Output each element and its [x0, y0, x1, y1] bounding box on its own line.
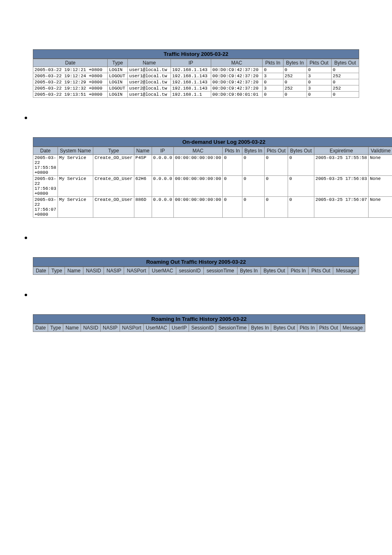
col-header: Date [33, 324, 48, 332]
col-header: Pkts In [297, 324, 317, 332]
table-cell: 2005-03-22 17:56:03 +0800 [33, 176, 58, 197]
table-row: 2005-03-22 19:12:32 +0800LOGOUTuser2@loc… [33, 85, 359, 92]
col-header: UserMAC [143, 324, 169, 332]
table-cell: 0 [331, 67, 359, 73]
col-header: SessionID [189, 324, 216, 332]
col-header: Bytes Out [271, 324, 297, 332]
col-header: sessionID [176, 267, 204, 275]
col-header: IP [152, 147, 173, 155]
traffic-history-table: Traffic History 2005-03-22 DateTypeNameI… [33, 49, 359, 98]
col-header: NASIP [104, 267, 124, 275]
table-cell: None [369, 176, 392, 197]
ondemand-header-row: DateSystem NameTypeNameIPMACPkts InBytes… [33, 147, 392, 155]
table-cell: user1@local.tw [128, 67, 171, 73]
table-cell: 62H6 [134, 176, 152, 197]
table-cell: LOGOUT [108, 73, 128, 79]
table-cell: 0 [223, 155, 242, 176]
table-cell: 0.0.0.0 [152, 197, 173, 218]
table-cell: 192.168.1.143 [171, 79, 211, 85]
table-cell: 0 [263, 79, 283, 85]
table-cell: LOGIN [108, 92, 128, 98]
table-cell: 0 [283, 79, 307, 85]
table-cell: 2005-03-22 19:12:29 +0800 [33, 79, 108, 85]
table-cell: 0 [242, 197, 264, 218]
table-cell: 3 [263, 85, 283, 92]
col-header: Name [128, 59, 171, 67]
roaming-in-table: Roaming In Traffic History 2005-03-22 Da… [33, 314, 365, 332]
table-cell: 2005-03-22 17:56:07 +0800 [33, 197, 58, 218]
bullet-icon [25, 117, 27, 119]
table-cell: 252 [283, 73, 307, 79]
col-header: Pkts Out [307, 59, 331, 67]
col-header: IP [171, 59, 211, 67]
table-cell: 00:D0:C9:42:37:20 [211, 79, 263, 85]
table-cell: 192.168.1.143 [171, 73, 211, 79]
col-header: sessionTime [203, 267, 237, 275]
col-header: Validtime [369, 147, 392, 155]
table-cell: 2005-03-25 17:56:07 [314, 197, 368, 218]
col-header: Date [33, 267, 49, 275]
col-header: Bytes In [249, 324, 271, 332]
col-header: Bytes In [242, 147, 264, 155]
table-cell: 3 [307, 85, 331, 92]
table-cell: 0 [263, 67, 283, 73]
table-cell: 192.168.1.1 [171, 92, 211, 98]
col-header: Pkts Out [309, 267, 333, 275]
table-cell: 2005-03-22 19:12:24 +0800 [33, 73, 108, 79]
col-header: MAC [173, 147, 222, 155]
col-header: Type [48, 324, 63, 332]
table-cell: user2@local.tw [128, 79, 171, 85]
table-cell: 0 [223, 176, 242, 197]
table-cell: 00:D0:C9:42:37:20 [211, 73, 263, 79]
table-cell: 00:00:00:00:00:00 [173, 155, 222, 176]
table-cell: 00:00:00:00:00:00 [173, 176, 222, 197]
roaming-out-table: Roaming Out Traffic History 2005-03-22 D… [33, 257, 359, 275]
table-cell: Create_OD_User [93, 155, 134, 176]
table-cell: 0 [283, 67, 307, 73]
col-header: Bytes Out [261, 267, 288, 275]
col-header: Pkts In [263, 59, 283, 67]
traffic-header-row: DateTypeNameIPMACPkts InBytes InPkts Out… [33, 59, 359, 67]
table-cell: 0 [263, 92, 283, 98]
table-cell: 2005-03-25 17:55:58 [314, 155, 368, 176]
col-header: NASIP [101, 324, 120, 332]
table-cell: None [369, 197, 392, 218]
table-row: 2005-03-22 17:55:58 +0800My ServiceCreat… [33, 155, 392, 176]
table-cell: LOGIN [108, 67, 128, 73]
table-cell: 2005-03-22 19:12:32 +0800 [33, 85, 108, 92]
table-cell: 2005-03-22 19:13:51 +0800 [33, 92, 108, 98]
col-header: Message [340, 324, 365, 332]
table-cell: Create_OD_User [93, 197, 134, 218]
col-header: Type [108, 59, 128, 67]
table-cell: 3 [263, 73, 283, 79]
col-header: Bytes Out [288, 147, 314, 155]
roaming-out-header-row: DateTypeNameNASIDNASIPNASPortUserMACsess… [33, 267, 359, 275]
table-cell: 0 [288, 197, 314, 218]
col-header: Bytes Out [331, 59, 359, 67]
col-header: Type [93, 147, 134, 155]
table-cell: user1@local.tw [128, 73, 171, 79]
table-cell: 0 [307, 92, 331, 98]
table-cell: 0 [307, 67, 331, 73]
col-header: Pkts In [288, 267, 309, 275]
table-cell: 3 [307, 73, 331, 79]
col-header: Pkts In [223, 147, 242, 155]
col-header: Name [65, 267, 83, 275]
col-header: Bytes In [237, 267, 261, 275]
col-header: Pkts Out [317, 324, 340, 332]
roaming-out-title: Roaming Out Traffic History 2005-03-22 [33, 257, 359, 267]
traffic-title: Traffic History 2005-03-22 [33, 49, 359, 59]
roaming-in-title: Roaming In Traffic History 2005-03-22 [33, 314, 365, 324]
table-cell: 0 [331, 92, 359, 98]
table-cell: 0 [265, 155, 288, 176]
col-header: Date [33, 147, 58, 155]
table-cell: 192.168.1.143 [171, 85, 211, 92]
col-header: Type [49, 267, 65, 275]
table-cell: 00:D0:C9:42:37:20 [211, 67, 263, 73]
table-cell: 886D [134, 197, 152, 218]
table-cell: 0.0.0.0 [152, 155, 173, 176]
table-cell: 00:D0:C9:42:37:20 [211, 85, 263, 92]
table-cell: P4SP [134, 155, 152, 176]
table-cell: 0 [283, 92, 307, 98]
table-cell: 252 [331, 85, 359, 92]
